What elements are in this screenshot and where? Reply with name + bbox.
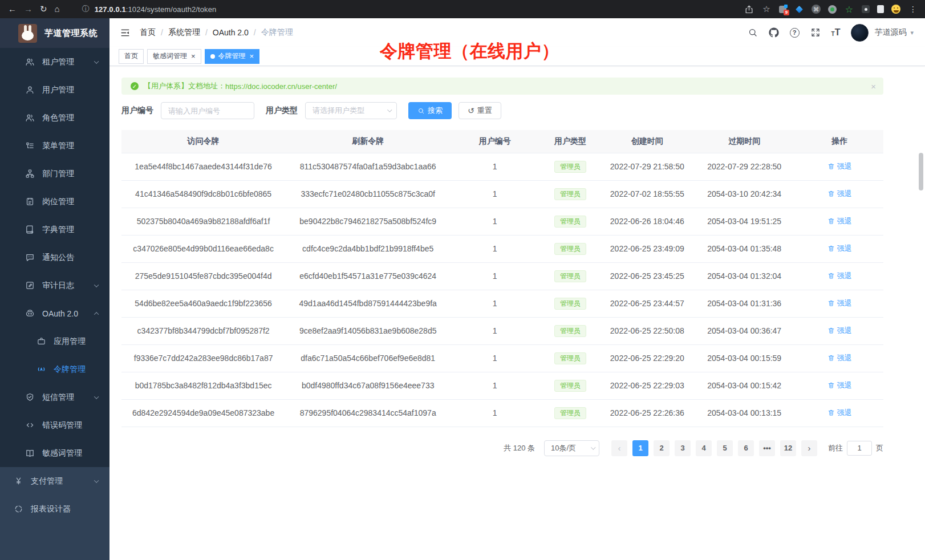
avatar[interactable] [851, 24, 869, 42]
reset-button[interactable]: ↺ 重置 [459, 102, 501, 119]
back-icon[interactable]: ← [8, 4, 17, 14]
menu-dots-icon[interactable]: ⋮ [908, 4, 918, 14]
info-icon[interactable]: ⓘ [82, 4, 90, 14]
force-logout-button[interactable]: 强退 [827, 326, 852, 336]
command-icon[interactable] [812, 5, 821, 14]
page-button-5[interactable]: 5 [717, 440, 733, 456]
breadcrumb-item[interactable]: OAuth 2.0 [213, 28, 249, 37]
sidebar-item-角色管理[interactable]: 角色管理 [0, 104, 109, 132]
force-logout-label: 强退 [837, 380, 852, 391]
recorder-icon[interactable] [828, 5, 837, 14]
sidebar-item-应用管理[interactable]: 应用管理 [0, 327, 109, 355]
fullscreen-icon[interactable] [810, 27, 821, 38]
prev-page-button[interactable]: ‹ [611, 440, 627, 456]
table-row: 41c41346a548490f9dc8b01c6bfe0865333ecfc7… [121, 180, 883, 208]
page-button-6[interactable]: 6 [738, 440, 754, 456]
url-host: 127.0.0.1 [95, 5, 126, 14]
filter-form: 用户编号 用户类型 请选择用户类型 搜索 ↺ 重置 [121, 102, 883, 119]
tab-首页[interactable]: 首页 [119, 49, 144, 64]
chevron-down-icon[interactable]: ▾ [910, 29, 914, 36]
address-bar[interactable]: 127.0.0.1:1024/system/oauth2/token [95, 5, 217, 14]
action-cell: 强退 [796, 290, 883, 317]
sidebar-item-用户管理[interactable]: 用户管理 [0, 76, 109, 104]
font-size-icon[interactable] [831, 28, 841, 37]
sidebar-item-通知公告[interactable]: 通知公告 [0, 244, 109, 271]
sidebar-item-label: 敏感词管理 [42, 448, 82, 458]
tab-令牌管理[interactable]: 令牌管理× [205, 49, 260, 64]
sidebar-item-报表设计器[interactable]: 报表设计器 [0, 495, 109, 523]
scrollbar-thumb[interactable] [919, 153, 923, 190]
pin-icon[interactable] [862, 5, 870, 13]
sidebar-fold-icon[interactable] [120, 27, 131, 38]
force-logout-button[interactable]: 强退 [827, 298, 852, 309]
doc-link[interactable]: https://doc.iocoder.cn/user-center/ [225, 82, 337, 91]
table-row: c342377bf8b344799dcbf7bf095287f29ce8ef2a… [121, 317, 883, 344]
sidebar-item-部门管理[interactable]: 部门管理 [0, 160, 109, 188]
force-logout-button[interactable]: 强退 [827, 161, 852, 172]
next-page-button[interactable]: › [801, 440, 817, 456]
reload-icon[interactable]: ↻ [40, 4, 47, 14]
home-icon[interactable]: ⌂ [55, 4, 60, 14]
close-icon[interactable]: × [871, 82, 876, 91]
force-logout-button[interactable]: 强退 [827, 408, 852, 418]
page-size-select[interactable]: 10条/页 [544, 440, 599, 456]
star-icon[interactable]: ☆ [761, 4, 772, 14]
force-logout-button[interactable]: 强退 [827, 216, 852, 226]
sidebar-item-错误码管理[interactable]: 错误码管理 [0, 411, 109, 439]
sidebar-item-菜单管理[interactable]: 菜单管理 [0, 132, 109, 160]
force-logout-button[interactable]: 强退 [827, 244, 852, 254]
force-logout-button[interactable]: 强退 [827, 189, 852, 199]
page-button-2[interactable]: 2 [654, 440, 670, 456]
search-icon[interactable] [748, 27, 758, 38]
sidebar-item-租户管理[interactable]: 租户管理 [0, 48, 109, 76]
force-logout-button[interactable]: 强退 [827, 271, 852, 281]
user-type-cell: 管理员 [539, 372, 602, 399]
search-button[interactable]: 搜索 [408, 102, 452, 119]
dictionary-icon [25, 225, 35, 234]
expire-time-cell: 2054-03-04 00:36:47 [693, 317, 796, 344]
github-icon[interactable] [769, 27, 779, 38]
force-logout-button[interactable]: 强退 [827, 353, 852, 363]
sidebar-item-令牌管理[interactable]: 令牌管理 [0, 355, 109, 383]
emoji-icon[interactable] [891, 5, 900, 14]
app-logo-area[interactable]: 芋道管理系统 [0, 18, 109, 48]
close-icon[interactable]: × [191, 52, 196, 60]
more-pages-icon[interactable]: ••• [759, 440, 775, 456]
sidebar-item-审计日志[interactable]: 审计日志 [0, 271, 109, 299]
page-button-3[interactable]: 3 [675, 440, 691, 456]
sidebar-item-岗位管理[interactable]: 岗位管理 [0, 188, 109, 216]
force-logout-label: 强退 [837, 216, 852, 226]
tab-敏感词管理[interactable]: 敏感词管理× [147, 49, 201, 64]
sidebar-item-OAuth 2.0[interactable]: OAuth 2.0 [0, 299, 109, 327]
chevron-up-icon [94, 311, 99, 316]
star-green-icon[interactable]: ☆ [844, 4, 854, 14]
user-type-cell: 管理员 [539, 262, 602, 290]
access-token-cell: 502375b8040a469a9b82188afdf6af1f [121, 208, 285, 235]
square-icon[interactable] [877, 5, 884, 13]
user-type-badge: 管理员 [554, 407, 586, 419]
org-tree-icon [25, 169, 35, 178]
username[interactable]: 芋道源码 [874, 27, 906, 38]
kite-icon[interactable] [794, 4, 804, 14]
page-button-12[interactable]: 12 [780, 440, 796, 456]
expire-time-cell: 2022-07-29 22:28:50 [693, 153, 796, 180]
close-icon[interactable]: × [250, 52, 254, 60]
force-logout-button[interactable]: 强退 [827, 380, 852, 391]
sidebar-item-支付管理[interactable]: 支付管理 [0, 467, 109, 495]
user-type-select[interactable]: 请选择用户类型 [305, 102, 397, 119]
user-id-input[interactable] [161, 102, 254, 119]
extensions-icon[interactable]: 9 [779, 6, 786, 13]
sidebar-item-字典管理[interactable]: 字典管理 [0, 216, 109, 244]
forward-icon[interactable]: → [24, 4, 33, 14]
sidebar-item-label: 报表设计器 [31, 504, 71, 514]
sidebar-item-短信管理[interactable]: 短信管理 [0, 383, 109, 411]
sidebar-item-label: 字典管理 [42, 225, 74, 235]
help-icon[interactable] [790, 28, 800, 38]
share-icon[interactable] [744, 4, 754, 14]
sidebar-item-敏感词管理[interactable]: 敏感词管理 [0, 439, 109, 467]
breadcrumb-item[interactable]: 首页 [140, 27, 156, 38]
goto-page-input[interactable] [847, 441, 872, 456]
breadcrumb-item[interactable]: 系统管理 [168, 27, 200, 38]
page-button-4[interactable]: 4 [696, 440, 712, 456]
page-button-1[interactable]: 1 [632, 440, 648, 456]
